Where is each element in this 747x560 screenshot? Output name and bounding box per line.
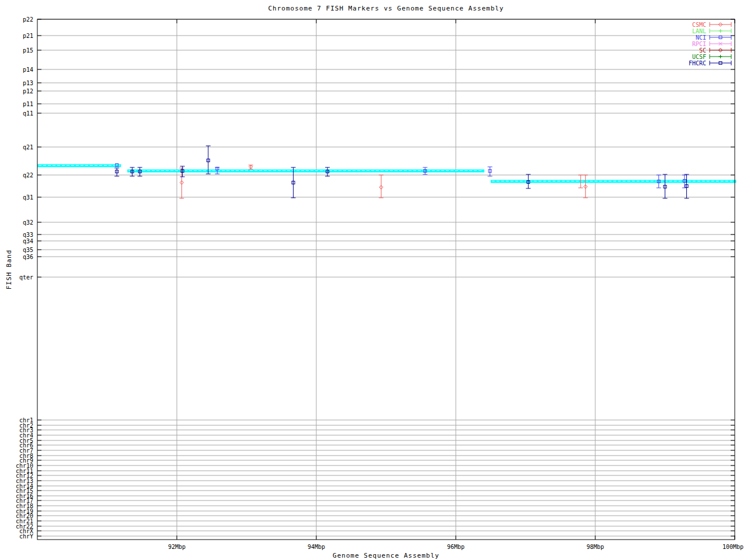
x-tick-label: 96Mbp: [447, 544, 465, 550]
y-band-label: q33: [23, 232, 33, 238]
y-band-label: qter: [19, 274, 33, 281]
legend-label-LANL: LANL: [692, 28, 706, 34]
chart-page: Chromosome 7 FISH Markers vs Genome Sequ…: [0, 0, 747, 560]
legend-label-NCI: NCI: [696, 34, 706, 41]
plot-border: [37, 19, 735, 540]
y-band-label: q31: [23, 194, 33, 201]
legend-label-SC: SC: [699, 47, 706, 54]
y-band-label: q34: [23, 238, 33, 244]
y-band-label: q36: [23, 254, 33, 260]
legend-label-UCSF: UCSF: [692, 54, 706, 60]
y-band-label: p14: [23, 66, 33, 73]
y-band-label: p11: [23, 101, 33, 107]
y-band-label: chrY: [19, 533, 33, 540]
y-band-label: q11: [23, 110, 33, 117]
x-tick-label: 94Mbp: [308, 544, 325, 550]
y-band-label: p21: [23, 33, 33, 39]
x-tick-label: 98Mbp: [587, 544, 604, 550]
y-band-label: p12: [23, 88, 33, 94]
y-band-label: q22: [23, 172, 33, 178]
plot-canvas: p22p21p15p14p13p12p11q11q21q22q31q32q33q…: [0, 0, 747, 560]
y-band-label: q32: [23, 219, 33, 226]
legend-label-FHCRC: FHCRC: [689, 60, 706, 66]
x-tick-label: 100Mbp: [722, 544, 743, 550]
y-band-label: p13: [23, 80, 33, 86]
y-band-label: q35: [23, 247, 33, 253]
legend-label-RPCI: RPCI: [692, 41, 706, 47]
x-tick-label: 92Mbp: [168, 544, 186, 550]
y-band-label: p22: [23, 16, 33, 23]
y-band-label: q21: [23, 144, 33, 150]
legend-label-CSMC: CSMC: [692, 22, 706, 28]
y-band-label: p15: [23, 47, 33, 54]
